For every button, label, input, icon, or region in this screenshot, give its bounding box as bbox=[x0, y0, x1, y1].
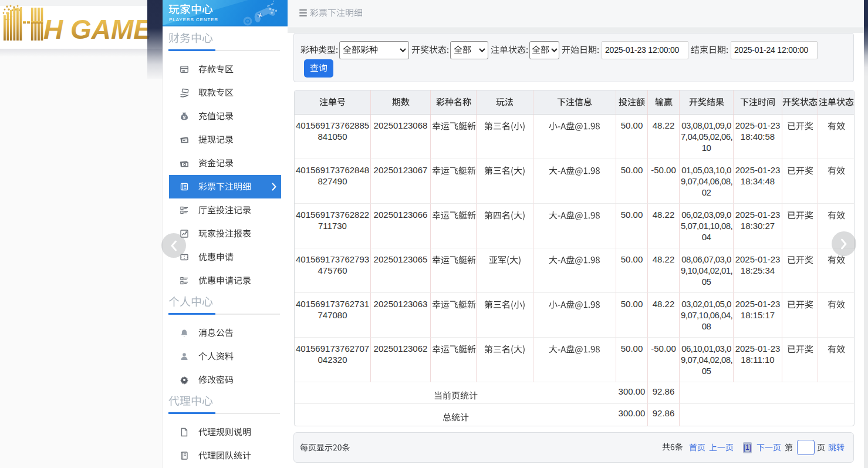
svg-text:H GAME: H GAME bbox=[43, 14, 151, 45]
